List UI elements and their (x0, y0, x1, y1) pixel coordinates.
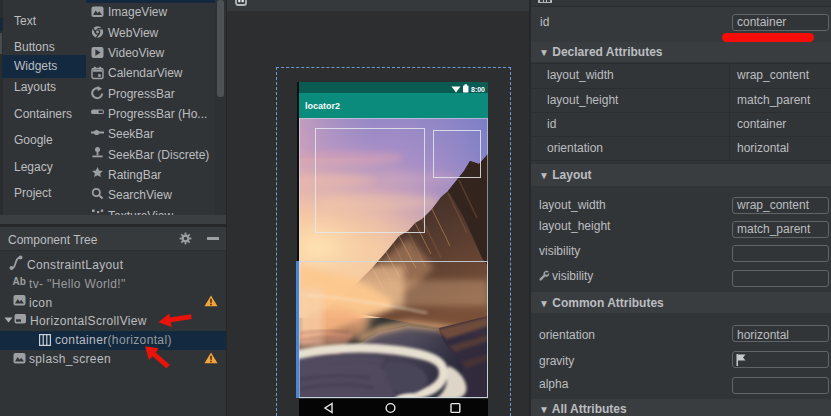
svg-text:Ab: Ab (13, 276, 26, 287)
svg-text:8:00: 8:00 (471, 85, 485, 92)
